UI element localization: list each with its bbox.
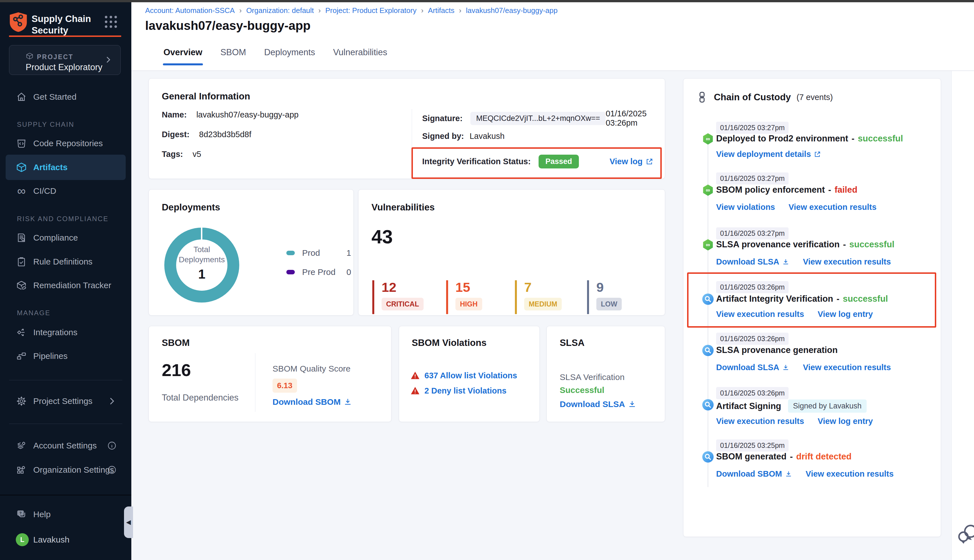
home-icon (16, 91, 27, 103)
event-title-row: SLSA provenance generation (716, 345, 837, 355)
tab-bar: Overview SBOM Deployments Vulnerabilitie… (163, 47, 387, 65)
chevron-right-icon (107, 396, 117, 406)
breadcrumb-account[interactable]: Account: Automation-SSCA (145, 6, 235, 15)
download-slsa-link[interactable]: Download SLSA (560, 400, 636, 409)
chain-icon (696, 91, 708, 103)
sidebar-section-manage: MANAGE (17, 309, 50, 317)
integrations-icon (16, 327, 27, 338)
gear-icon (16, 395, 27, 407)
tab-sbom[interactable]: SBOM (220, 47, 246, 65)
browser-top-strip (0, 0, 974, 2)
sidebar-collapse-handle[interactable]: ◀ (124, 507, 133, 538)
svg-text:?: ? (20, 511, 22, 515)
sidebar-item-pipelines[interactable]: Pipelines (0, 345, 131, 367)
download-sbom-link[interactable]: Download SBOM (272, 397, 352, 407)
integrity-status-badge: Passed (539, 155, 579, 168)
donut-center-label-1: Total (164, 245, 240, 255)
compliance-doc-icon (16, 232, 27, 243)
sidebar-item-get-started[interactable]: Get Started (0, 86, 131, 108)
slsa-verification-status: Successful (560, 385, 604, 395)
breadcrumb-artifacts[interactable]: Artifacts (428, 6, 455, 15)
sidebar-item-account-settings[interactable]: Account Settings (0, 434, 131, 457)
breadcrumb-project[interactable]: Project: Product Exploratory (325, 6, 417, 15)
tags-label: Tags: (162, 150, 183, 159)
download-sbom-link[interactable]: Download SBOM (716, 469, 792, 478)
cube-icon (26, 52, 33, 60)
view-log-entry-link[interactable]: View log entry (817, 310, 873, 319)
clipboard-check-icon (16, 256, 27, 267)
breadcrumb-separator: › (459, 6, 462, 15)
view-log-link[interactable]: View log (610, 157, 653, 166)
name-value: lavakush07/easy-buggy-app (197, 110, 299, 120)
view-execution-results-link[interactable]: View execution results (803, 363, 891, 372)
breadcrumb: Account: Automation-SSCA › Organization:… (145, 6, 557, 15)
signature-label: Signature: (422, 114, 462, 123)
project-name: Product Exploratory (26, 62, 102, 72)
download-icon (782, 364, 789, 371)
sidebar-item-rule-definitions[interactable]: Rule Definitions (0, 250, 131, 273)
sidebar-item-cicd[interactable]: ∞ CI/CD (0, 180, 131, 202)
scanner-circle-icon (702, 450, 714, 463)
vulnerabilities-card: Vulnerabilities 43 12 CRITICAL 15 HIGH 7… (358, 189, 665, 315)
event-title-row: SLSA provenance verification - successfu… (716, 240, 894, 250)
chain-of-custody-title: Chain of Custody (714, 92, 791, 103)
sbom-divider (255, 353, 255, 412)
account-layers-icon (16, 440, 27, 451)
view-execution-results-link[interactable]: View execution results (789, 203, 877, 212)
digest-value: 8d23bd3b5d8f (199, 130, 251, 139)
scanner-circle-icon (702, 398, 714, 411)
chevron-right-icon (104, 55, 112, 64)
sidebar-user[interactable]: L Lavakush (0, 528, 131, 551)
view-deployment-details-link[interactable]: View deployment details (716, 150, 821, 159)
sidebar-item-integrations[interactable]: Integrations (0, 321, 131, 344)
sidebar-item-remediation-tracker[interactable]: Remediation Tracker (0, 274, 131, 297)
view-execution-results-link[interactable]: View execution results (803, 257, 891, 267)
page-title: lavakush07/easy-buggy-app (145, 18, 310, 33)
app-root: Supply Chain Security PROJECT Product Ex… (0, 0, 974, 560)
vulnerabilities-total: 43 (372, 226, 393, 248)
view-violations-link[interactable]: View violations (716, 203, 775, 212)
event-status: successful (858, 133, 903, 144)
download-icon (344, 398, 352, 406)
info-icon (107, 465, 117, 475)
scanner-circle-icon (702, 293, 714, 306)
severity-medium: 7 MEDIUM (515, 280, 562, 314)
external-link-icon (814, 151, 821, 158)
event-status: successful (843, 294, 888, 304)
remediation-cube-icon (16, 280, 27, 291)
slsa-verification-label: SLSA Verification (560, 372, 625, 382)
event-title-row: SBOM generated - drift detected (716, 452, 851, 462)
view-execution-results-link[interactable]: View execution results (806, 469, 894, 478)
prod-legend-dot (286, 251, 295, 255)
view-execution-results-link[interactable]: View execution results (716, 310, 804, 319)
signed-by-value: Lavakush (470, 132, 504, 141)
project-label: PROJECT (37, 53, 73, 61)
sidebar-item-help[interactable]: ? Help (0, 503, 131, 526)
infinity-icon: ∞ (16, 185, 27, 197)
tags-value: v5 (192, 150, 201, 159)
sidebar-item-compliance[interactable]: Compliance (0, 227, 131, 249)
tab-overview[interactable]: Overview (163, 47, 202, 65)
module-grid-icon[interactable] (105, 16, 117, 28)
sbom-violations-title: SBOM Violations (412, 337, 487, 348)
event-timestamp: 01/16/2025 03:25pm (716, 440, 789, 452)
tab-deployments[interactable]: Deployments (264, 47, 315, 65)
sidebar-item-organization-settings[interactable]: Organization Settings (0, 458, 131, 481)
chat-support-icon[interactable] (958, 523, 974, 544)
supply-chain-security-logo-icon (9, 11, 28, 33)
download-slsa-link[interactable]: Download SLSA (716, 363, 789, 372)
view-log-entry-link[interactable]: View log entry (817, 417, 873, 426)
sidebar-bottom-divider (0, 495, 131, 495)
breadcrumb-organization[interactable]: Organization: default (246, 6, 314, 15)
view-execution-results-link[interactable]: View execution results (716, 417, 804, 426)
signed-by-badge: Signed by Lavakush (788, 400, 867, 413)
chain-of-custody-card: Chain of Custody (7 events) 01/16/2025 0… (683, 78, 941, 537)
sidebar-item-project-settings[interactable]: Project Settings (0, 390, 131, 412)
sidebar-item-artifacts[interactable]: Artifacts (6, 155, 126, 180)
sidebar-item-code-repositories[interactable]: Code Repositories (0, 132, 131, 155)
breadcrumb-current[interactable]: lavakush07/easy-buggy-app (466, 6, 557, 15)
tab-vulnerabilities[interactable]: Vulnerabilities (333, 47, 387, 65)
download-slsa-link[interactable]: Download SLSA (716, 257, 789, 267)
event-timestamp: 01/16/2025 03:26pm (716, 281, 789, 293)
project-selector[interactable]: PROJECT Product Exploratory (9, 45, 121, 75)
